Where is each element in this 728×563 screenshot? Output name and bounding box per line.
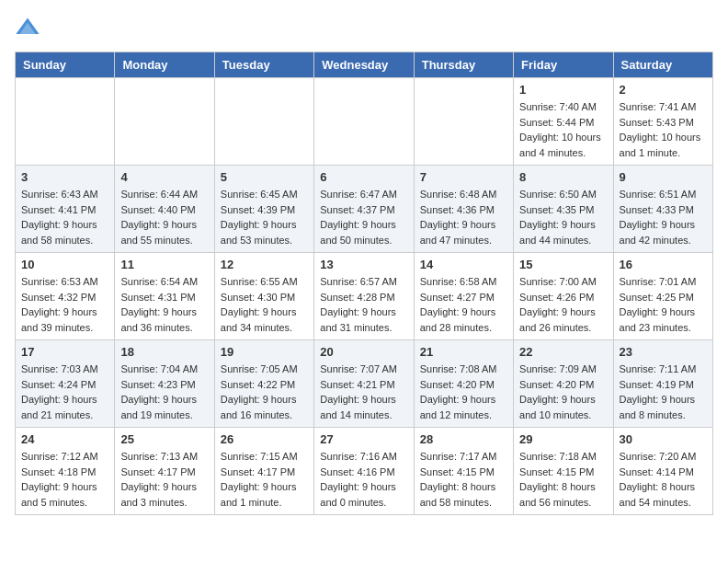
- day-number: 25: [120, 432, 208, 446]
- daylight-text: Daylight: 9 hours and 26 minutes.: [519, 306, 596, 333]
- day-number: 14: [420, 258, 507, 271]
- col-header-friday: Friday: [514, 52, 613, 78]
- daylight-text: Daylight: 9 hours and 42 minutes.: [620, 219, 696, 246]
- col-header-monday: Monday: [115, 52, 214, 78]
- sunrise-text: Sunrise: 6:58 AM: [420, 276, 497, 287]
- sunrise-text: Sunrise: 7:13 AM: [120, 451, 198, 462]
- calendar-cell: 24 Sunrise: 7:12 AM Sunset: 4:18 PM Dayl…: [16, 428, 115, 515]
- sunrise-text: Sunrise: 6:43 AM: [21, 189, 98, 200]
- sunrise-text: Sunrise: 6:54 AM: [120, 276, 198, 287]
- sunset-text: Sunset: 4:32 PM: [21, 292, 96, 303]
- day-info: Sunrise: 7:15 AM Sunset: 4:17 PM Dayligh…: [221, 449, 308, 510]
- sunset-text: Sunset: 4:27 PM: [420, 292, 495, 303]
- daylight-text: Daylight: 9 hours and 5 minutes.: [21, 481, 97, 508]
- day-info: Sunrise: 7:03 AM Sunset: 4:24 PM Dayligh…: [21, 362, 108, 422]
- calendar-cell: 16 Sunrise: 7:01 AM Sunset: 4:25 PM Dayl…: [613, 253, 712, 340]
- sunrise-text: Sunrise: 6:57 AM: [320, 276, 397, 287]
- day-number: 27: [320, 432, 407, 446]
- sunrise-text: Sunrise: 7:07 AM: [320, 363, 397, 374]
- day-number: 17: [21, 345, 108, 359]
- day-number: 11: [120, 258, 208, 271]
- daylight-text: Daylight: 9 hours and 55 minutes.: [120, 219, 197, 246]
- sunrise-text: Sunrise: 7:01 AM: [620, 276, 697, 287]
- col-header-wednesday: Wednesday: [314, 52, 414, 78]
- day-info: Sunrise: 7:00 AM Sunset: 4:26 PM Dayligh…: [519, 274, 607, 335]
- sunrise-text: Sunrise: 7:16 AM: [320, 451, 397, 462]
- daylight-text: Daylight: 9 hours and 10 minutes.: [519, 394, 596, 420]
- calendar-cell: 14 Sunrise: 6:58 AM Sunset: 4:27 PM Dayl…: [414, 253, 513, 340]
- day-number: 10: [21, 258, 108, 271]
- col-header-tuesday: Tuesday: [214, 52, 313, 78]
- calendar-cell: 22 Sunrise: 7:09 AM Sunset: 4:20 PM Dayl…: [514, 340, 613, 428]
- daylight-text: Daylight: 9 hours and 1 minute.: [221, 481, 297, 508]
- day-info: Sunrise: 7:11 AM Sunset: 4:19 PM Dayligh…: [620, 362, 707, 422]
- day-number: 15: [519, 258, 607, 271]
- daylight-text: Daylight: 9 hours and 31 minutes.: [320, 306, 396, 333]
- sunset-text: Sunset: 4:14 PM: [620, 466, 694, 477]
- day-number: 19: [221, 345, 308, 359]
- day-number: 5: [221, 170, 308, 184]
- daylight-text: Daylight: 8 hours and 58 minutes.: [420, 481, 496, 508]
- page-header: [15, 15, 713, 40]
- day-number: 18: [120, 345, 208, 359]
- sunset-text: Sunset: 4:40 PM: [120, 204, 195, 215]
- daylight-text: Daylight: 9 hours and 34 minutes.: [221, 306, 297, 333]
- day-number: 28: [420, 432, 507, 446]
- day-number: 21: [420, 345, 507, 359]
- sunrise-text: Sunrise: 6:45 AM: [221, 189, 298, 200]
- calendar-cell: 29 Sunrise: 7:18 AM Sunset: 4:15 PM Dayl…: [514, 428, 613, 515]
- daylight-text: Daylight: 9 hours and 50 minutes.: [320, 219, 396, 246]
- day-number: 22: [519, 345, 607, 359]
- sunset-text: Sunset: 4:33 PM: [620, 204, 694, 215]
- calendar-cell: 10 Sunrise: 6:53 AM Sunset: 4:32 PM Dayl…: [16, 253, 115, 340]
- sunset-text: Sunset: 4:20 PM: [420, 379, 495, 390]
- calendar-header-row: SundayMondayTuesdayWednesdayThursdayFrid…: [16, 52, 713, 78]
- calendar-cell: 23 Sunrise: 7:11 AM Sunset: 4:19 PM Dayl…: [613, 340, 712, 428]
- day-number: 4: [120, 170, 208, 184]
- sunrise-text: Sunrise: 7:04 AM: [120, 363, 198, 374]
- daylight-text: Daylight: 9 hours and 14 minutes.: [320, 394, 396, 420]
- calendar-cell: [314, 78, 414, 166]
- daylight-text: Daylight: 9 hours and 21 minutes.: [21, 394, 97, 420]
- col-header-thursday: Thursday: [414, 52, 513, 78]
- calendar-cell: 11 Sunrise: 6:54 AM Sunset: 4:31 PM Dayl…: [115, 253, 214, 340]
- daylight-text: Daylight: 9 hours and 16 minutes.: [221, 394, 297, 420]
- daylight-text: Daylight: 9 hours and 12 minutes.: [420, 394, 496, 420]
- daylight-text: Daylight: 9 hours and 39 minutes.: [21, 306, 97, 333]
- day-info: Sunrise: 6:53 AM Sunset: 4:32 PM Dayligh…: [21, 274, 108, 335]
- day-info: Sunrise: 7:13 AM Sunset: 4:17 PM Dayligh…: [120, 449, 208, 510]
- sunset-text: Sunset: 4:17 PM: [221, 466, 295, 477]
- calendar-cell: 18 Sunrise: 7:04 AM Sunset: 4:23 PM Dayl…: [115, 340, 214, 428]
- day-number: 26: [221, 432, 308, 446]
- sunrise-text: Sunrise: 7:00 AM: [519, 276, 597, 287]
- sunset-text: Sunset: 4:28 PM: [320, 292, 394, 303]
- logo: [15, 15, 44, 40]
- daylight-text: Daylight: 9 hours and 23 minutes.: [620, 306, 696, 333]
- sunset-text: Sunset: 4:19 PM: [620, 379, 694, 390]
- daylight-text: Daylight: 9 hours and 53 minutes.: [221, 219, 297, 246]
- day-info: Sunrise: 6:51 AM Sunset: 4:33 PM Dayligh…: [620, 187, 707, 247]
- day-number: 23: [620, 345, 707, 359]
- sunrise-text: Sunrise: 7:11 AM: [620, 363, 697, 374]
- day-info: Sunrise: 7:09 AM Sunset: 4:20 PM Dayligh…: [519, 362, 607, 422]
- day-info: Sunrise: 6:44 AM Sunset: 4:40 PM Dayligh…: [120, 187, 208, 247]
- day-info: Sunrise: 7:01 AM Sunset: 4:25 PM Dayligh…: [620, 274, 707, 335]
- sunrise-text: Sunrise: 6:53 AM: [21, 276, 98, 287]
- sunset-text: Sunset: 4:37 PM: [320, 204, 394, 215]
- sunrise-text: Sunrise: 7:03 AM: [21, 363, 98, 374]
- sunrise-text: Sunrise: 7:41 AM: [620, 101, 697, 112]
- day-info: Sunrise: 6:45 AM Sunset: 4:39 PM Dayligh…: [221, 187, 308, 247]
- daylight-text: Daylight: 9 hours and 36 minutes.: [120, 306, 197, 333]
- daylight-text: Daylight: 9 hours and 19 minutes.: [120, 394, 197, 420]
- daylight-text: Daylight: 8 hours and 54 minutes.: [620, 481, 696, 508]
- day-number: 9: [620, 170, 707, 184]
- sunrise-text: Sunrise: 6:51 AM: [620, 189, 697, 200]
- day-number: 16: [620, 258, 707, 271]
- calendar-cell: 7 Sunrise: 6:48 AM Sunset: 4:36 PM Dayli…: [414, 166, 513, 253]
- sunset-text: Sunset: 4:15 PM: [519, 466, 594, 477]
- calendar-week-row: 24 Sunrise: 7:12 AM Sunset: 4:18 PM Dayl…: [16, 428, 713, 515]
- day-number: 24: [21, 432, 108, 446]
- calendar-cell: 2 Sunrise: 7:41 AM Sunset: 5:43 PM Dayli…: [613, 78, 712, 166]
- sunset-text: Sunset: 4:20 PM: [519, 379, 594, 390]
- day-info: Sunrise: 6:55 AM Sunset: 4:30 PM Dayligh…: [221, 274, 308, 335]
